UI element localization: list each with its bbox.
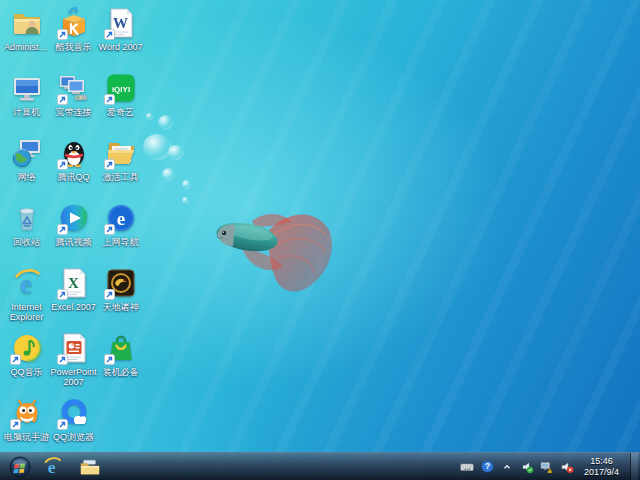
security-ok-icon[interactable] xyxy=(520,459,535,474)
desktop-icon-powerpoint-2007[interactable]: PowerPoint 2007 xyxy=(50,331,97,396)
desktop-icon-network[interactable]: 网络 xyxy=(3,136,50,201)
taskbar-internet-explorer[interactable]: e xyxy=(33,454,71,480)
icon-label: 装机必备 xyxy=(103,367,139,377)
bubble xyxy=(146,113,153,120)
word-document-icon: W xyxy=(104,6,138,40)
shortcut-arrow-icon xyxy=(57,224,68,235)
bubble xyxy=(143,134,172,160)
icon-label: 激活工具 xyxy=(103,172,139,182)
icon-label: 酷我音乐 xyxy=(56,42,92,52)
green-shopping-bag-icon xyxy=(104,331,138,365)
svg-text:X: X xyxy=(68,275,79,291)
icon-label: 爱奇艺 xyxy=(107,107,134,117)
bubble xyxy=(162,168,175,181)
icon-label: 计算机 xyxy=(13,107,40,117)
desktop-icon-kuwo-music[interactable]: 酷我音乐 xyxy=(50,6,97,71)
golden-dragon-game-icon xyxy=(104,266,138,300)
excel-document-icon: X xyxy=(57,266,91,300)
show-desktop-button[interactable] xyxy=(630,453,638,480)
shortcut-arrow-icon xyxy=(57,354,68,365)
desktop-icon-broadband[interactable]: 宽带连接 xyxy=(50,71,97,136)
play-triangle-icon xyxy=(57,201,91,235)
computer-monitor-icon xyxy=(10,71,44,105)
ie-e-icon: e xyxy=(42,456,63,477)
svg-text:W: W xyxy=(113,15,128,31)
desktop-icon-grid: Administrator 酷我音乐 W xyxy=(3,6,144,461)
orange-monster-icon xyxy=(10,396,44,430)
network-warning-icon[interactable] xyxy=(540,459,555,474)
icon-label: PowerPoint 2007 xyxy=(50,367,97,387)
icon-label: 回收站 xyxy=(13,237,40,247)
show-hidden-icons-arrow[interactable] xyxy=(500,459,515,474)
clock-date: 2017/9/4 xyxy=(584,467,619,478)
shortcut-arrow-icon xyxy=(104,289,115,300)
taskbar-clock[interactable]: 15:46 2017/9/4 xyxy=(584,456,619,477)
recycle-bin-icon xyxy=(10,201,44,235)
desktop-icon-activation-tools[interactable]: 激活工具 xyxy=(97,136,144,201)
music-note-icon xyxy=(10,331,44,365)
bubble xyxy=(158,115,173,130)
system-tray: ? xyxy=(460,453,640,480)
shortcut-arrow-icon xyxy=(10,354,21,365)
desktop-icon-internet-explorer[interactable]: e Internet Explorer xyxy=(3,266,50,331)
volume-muted-icon[interactable] xyxy=(560,459,575,474)
icon-label: 腾讯视频 xyxy=(56,237,92,247)
shortcut-arrow-icon xyxy=(104,354,115,365)
kuwo-box-icon xyxy=(57,6,91,40)
desktop-icon-qq-music[interactable]: QQ音乐 xyxy=(3,331,50,396)
shortcut-arrow-icon xyxy=(57,94,68,105)
icon-label: 宽带连接 xyxy=(56,107,92,117)
qq-penguin-icon xyxy=(57,136,91,170)
icon-label: 网络 xyxy=(18,172,36,182)
taskbar-windows-explorer[interactable] xyxy=(71,454,109,480)
open-folder-icon xyxy=(104,136,138,170)
desktop-icon-tencent-video[interactable]: 腾讯视频 xyxy=(50,201,97,266)
icon-label: 腾讯QQ xyxy=(57,172,89,182)
clock-time: 15:46 xyxy=(584,456,619,467)
start-button[interactable] xyxy=(7,454,33,480)
icon-label: 电脑玩手游 xyxy=(4,432,49,442)
taskbar: e ? xyxy=(0,452,640,480)
input-keyboard-icon[interactable] xyxy=(460,459,475,474)
shortcut-arrow-icon xyxy=(57,419,68,430)
icon-label: QQ音乐 xyxy=(10,367,42,377)
svg-text:e: e xyxy=(116,208,124,229)
shortcut-arrow-icon xyxy=(104,224,115,235)
shortcut-arrow-icon xyxy=(104,94,115,105)
desktop-icon-computer[interactable]: 计算机 xyxy=(3,71,50,136)
shortcut-arrow-icon xyxy=(104,159,115,170)
desktop-icon-tencent-qq[interactable]: 腾讯QQ xyxy=(50,136,97,201)
icon-label: QQ浏览器 xyxy=(53,432,94,442)
betta-fish-wallpaper-art xyxy=(197,190,339,298)
bubble xyxy=(168,145,184,160)
windows-logo-icon xyxy=(9,456,31,478)
two-computers-modem-icon xyxy=(57,71,91,105)
desktop-icon-iqiyi[interactable]: iQIYI 爱奇艺 xyxy=(97,71,144,136)
desktop-icon-excel-2007[interactable]: X Excel 2007 xyxy=(50,266,97,331)
desktop-icon-web-navigation[interactable]: e 上网导航 xyxy=(97,201,144,266)
svg-text:iQIYI: iQIYI xyxy=(111,85,129,94)
help-question-icon[interactable]: ? xyxy=(480,459,495,474)
icon-label: Excel 2007 xyxy=(51,302,96,312)
shortcut-arrow-icon xyxy=(104,29,115,40)
powerpoint-document-icon xyxy=(57,331,91,365)
icon-label: 天地诸神 xyxy=(103,302,139,312)
desktop-icon-word-2007[interactable]: W Word 2007 xyxy=(97,6,144,71)
bubble xyxy=(182,180,191,189)
ie-e-icon: e xyxy=(10,266,44,300)
globe-monitor-icon xyxy=(10,136,44,170)
desktop-icon-zhuangji-bibei[interactable]: 装机必备 xyxy=(97,331,144,396)
svg-text:?: ? xyxy=(485,461,490,471)
iqiyi-green-icon: iQIYI xyxy=(104,71,138,105)
shortcut-arrow-icon xyxy=(57,29,68,40)
shortcut-arrow-icon xyxy=(57,289,68,300)
icon-label: Internet Explorer xyxy=(3,302,50,322)
desktop-icon-recycle-bin[interactable]: 回收站 xyxy=(3,201,50,266)
folder-icon xyxy=(79,456,101,478)
icon-label: Word 2007 xyxy=(99,42,143,52)
desktop-icon-administrator[interactable]: Administrator xyxy=(3,6,50,71)
bubble xyxy=(182,197,189,204)
desktop-icon-tiandi-zhushen[interactable]: 天地诸神 xyxy=(97,266,144,331)
shortcut-arrow-icon xyxy=(10,419,21,430)
blue-e-circle-icon: e xyxy=(104,201,138,235)
